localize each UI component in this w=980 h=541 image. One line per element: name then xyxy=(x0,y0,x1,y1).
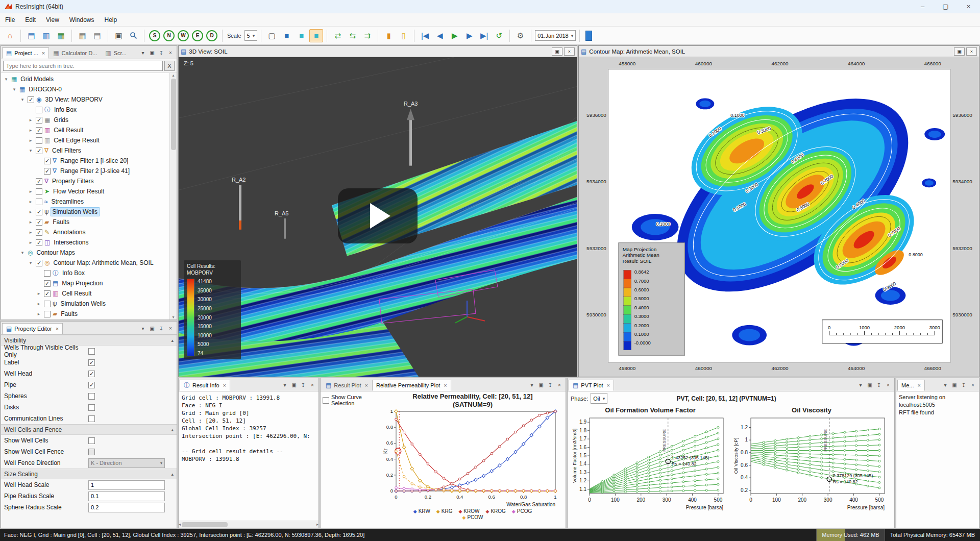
scrollbar-thumb[interactable] xyxy=(171,79,176,150)
dock-float-button[interactable]: ▣ xyxy=(148,324,156,332)
pipe-checkbox[interactable]: ✓ xyxy=(88,382,95,388)
tree-item[interactable]: ✓∇Range Filter 1 [I-slice 20] xyxy=(1,156,169,166)
animation-repeat-button[interactable]: ↺ xyxy=(492,29,506,42)
scroll-down-icon[interactable]: ▾ xyxy=(172,315,174,319)
maximize-button[interactable]: ▢ xyxy=(934,0,957,13)
tree-item[interactable]: ▸▰Faults xyxy=(1,309,169,319)
dock-close-button[interactable]: × xyxy=(308,381,316,389)
sphere-radius-scale-input[interactable] xyxy=(88,503,165,512)
menu-edit[interactable]: Edit xyxy=(20,14,41,26)
tree-item[interactable]: ▸▥Cell Edge Result xyxy=(1,135,169,145)
tree-checkbox[interactable] xyxy=(44,270,51,277)
tree-checkbox[interactable]: ✓ xyxy=(44,158,51,164)
tab-result-plot[interactable]: ▤Result Plot× xyxy=(322,380,372,391)
timestep-select[interactable]: 01.Jan 2018▾ xyxy=(535,30,576,41)
tree-checkbox[interactable]: ✓ xyxy=(44,280,51,287)
scroll-up-icon[interactable]: ▴ xyxy=(172,73,174,78)
animation-step-back-button[interactable]: ◀ xyxy=(433,29,447,42)
show-grid-box-button[interactable]: ▢ xyxy=(265,29,279,42)
expander-right-icon[interactable]: ▸ xyxy=(28,240,34,245)
tab-close-icon[interactable]: × xyxy=(222,382,226,388)
tree-item[interactable]: ▸✓▰Faults xyxy=(1,217,169,227)
tree-item[interactable]: ▾◎Contour Maps xyxy=(1,248,169,258)
show-faults-button[interactable]: ⇄ xyxy=(331,29,345,42)
tree-checkbox[interactable] xyxy=(44,311,51,317)
phase-select[interactable]: Oil▾ xyxy=(591,393,607,404)
home-button[interactable]: ⌂ xyxy=(3,29,17,42)
dock-float-button[interactable]: ▣ xyxy=(866,381,874,389)
dock-close-button[interactable]: × xyxy=(884,381,892,389)
expander-down-icon[interactable]: ▾ xyxy=(28,148,34,153)
expander-right-icon[interactable]: ▸ xyxy=(28,117,34,122)
tab-calculator-d-[interactable]: ▦Calculator D... xyxy=(49,47,101,59)
tree-item[interactable]: ▾▦Grid Models xyxy=(1,74,169,84)
tab-close-icon[interactable]: × xyxy=(443,382,447,388)
tree-item[interactable]: ▸ψSimulation Wells xyxy=(1,299,169,309)
view-from-east-button[interactable]: E xyxy=(192,30,203,41)
tree-checkbox[interactable]: ✓ xyxy=(36,239,42,246)
tab-scr-[interactable]: ▥Scr... xyxy=(101,47,130,59)
viscosity-chart[interactable]: 01002003004005000.20.40.60.811.2Oil Visc… xyxy=(732,415,891,511)
scroll-left-icon[interactable]: ◂ xyxy=(179,522,181,527)
restore-window-button[interactable]: ▣ xyxy=(954,47,965,56)
draw-style-surface-button[interactable]: ■ xyxy=(280,29,293,42)
expander-right-icon[interactable]: ▸ xyxy=(28,128,34,133)
spheres-checkbox[interactable] xyxy=(88,393,95,400)
tab-close-icon[interactable]: × xyxy=(55,326,59,332)
draw-style-surface-mesh-button[interactable]: ■ xyxy=(295,29,308,42)
tree-checkbox[interactable]: ✓ xyxy=(44,290,51,297)
expander-down-icon[interactable]: ▾ xyxy=(19,97,26,102)
tree-checkbox[interactable] xyxy=(36,188,42,195)
disks-checkbox[interactable] xyxy=(88,404,95,411)
tab-pvt-plot[interactable]: ▤PVT Plot× xyxy=(569,380,614,391)
tree-checkbox[interactable]: ✓ xyxy=(36,209,42,215)
expander-right-icon[interactable]: ▸ xyxy=(28,138,34,143)
legend-item-pcog[interactable]: ◆PCOG xyxy=(512,508,532,514)
dock-float-button[interactable]: ▣ xyxy=(950,381,959,389)
show-fault-labels-button[interactable]: ⇆ xyxy=(346,29,359,42)
view-from-down-button[interactable]: D xyxy=(206,30,217,41)
minimize-button[interactable]: – xyxy=(911,0,934,13)
tree-item[interactable]: ▾✓◎Contour Map: Arithmetic Mean, SOIL xyxy=(1,258,169,268)
open-plot-window-button[interactable]: ▤ xyxy=(24,29,38,42)
legend-item-pcow[interactable]: ◆PCOW xyxy=(462,514,483,520)
3d-view-titlebar[interactable]: ▤ 3D View: SOIL ▣ × xyxy=(179,46,577,57)
label-checkbox[interactable]: ✓ xyxy=(88,359,95,366)
animation-to-end-button[interactable]: ▶| xyxy=(477,29,491,42)
tree-checkbox[interactable] xyxy=(44,301,51,307)
section-header-size-scaling[interactable]: Size Scaling▴ xyxy=(1,469,177,479)
well-head-scale-input[interactable] xyxy=(88,480,165,490)
menu-help[interactable]: Help xyxy=(100,14,122,26)
tree-checkbox[interactable] xyxy=(36,137,42,144)
view-from-north-button[interactable]: N xyxy=(163,30,175,41)
tree-item[interactable]: ▸✓▥Cell Result xyxy=(1,125,169,135)
dock-menu-button[interactable]: ▾ xyxy=(281,381,289,389)
video-play-button[interactable] xyxy=(338,188,418,243)
tree-checkbox[interactable]: ✓ xyxy=(36,178,42,185)
wells-through-visible-cells-only-checkbox[interactable] xyxy=(88,348,95,355)
tab-close-icon[interactable]: × xyxy=(606,382,610,388)
pipe-radius-scale-input[interactable] xyxy=(88,491,165,501)
expander-down-icon[interactable]: ▾ xyxy=(28,260,34,265)
tab-project-[interactable]: ▤Project ...× xyxy=(2,47,49,59)
summary-plot-button[interactable]: ▥ xyxy=(39,29,53,42)
expander-right-icon[interactable]: ▸ xyxy=(28,219,34,225)
legend-item-krg[interactable]: ◆KRG xyxy=(436,508,453,514)
tab-close-icon[interactable]: × xyxy=(364,382,368,388)
collapse-icon[interactable]: ▴ xyxy=(171,427,174,432)
tree-checkbox[interactable]: ✓ xyxy=(36,117,42,124)
tree-checkbox[interactable]: ✓ xyxy=(36,229,42,236)
dock-close-button[interactable]: × xyxy=(555,381,564,389)
animation-play-button[interactable]: ▶ xyxy=(448,29,461,42)
contour-map-viewport[interactable]: 0.10000.10000.30000.60000.70000.50000.20… xyxy=(579,57,979,377)
measurement-polyline-button[interactable]: ▯ xyxy=(397,29,410,42)
tree-item[interactable]: ✓▤Map Projection xyxy=(1,278,169,288)
dock-pin-button[interactable]: ↧ xyxy=(157,324,165,332)
dock-close-button[interactable]: × xyxy=(166,48,175,57)
measurement-button[interactable]: ▮ xyxy=(382,29,396,42)
tab-property-editor[interactable]: ▤Property Editor× xyxy=(2,323,63,334)
tree-item[interactable]: ⓘInfo Box xyxy=(1,268,169,278)
tab-result-info[interactable]: ⓘResult Info× xyxy=(180,380,230,391)
dock-pin-button[interactable]: ↧ xyxy=(546,381,554,389)
search-clear-button[interactable]: X xyxy=(164,61,175,71)
